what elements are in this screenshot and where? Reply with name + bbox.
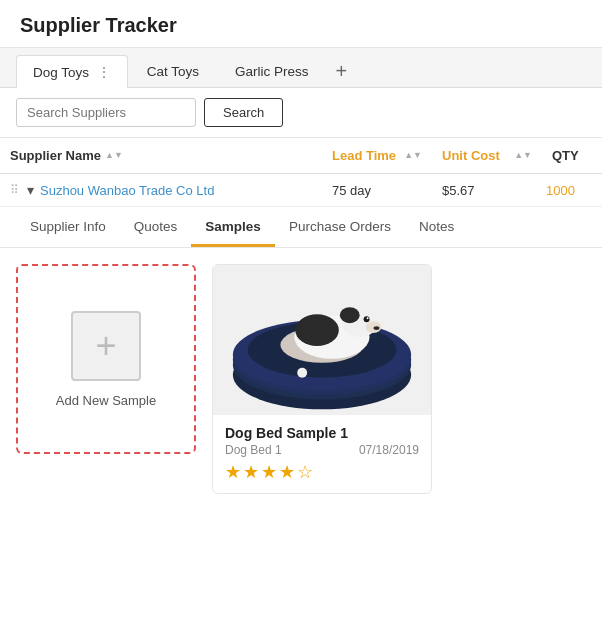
sub-tab-notes[interactable]: Notes: [405, 209, 468, 247]
col-lead-time: Lead Time ▲▼: [322, 138, 432, 173]
search-row: Search: [0, 88, 602, 138]
svg-point-14: [297, 368, 307, 378]
sort-supplier-name-icon[interactable]: ▲▼: [105, 151, 123, 161]
tab-menu-icon[interactable]: ⋮: [97, 65, 111, 80]
sample-subtitle: Dog Bed 1: [225, 443, 282, 457]
supplier-name-link[interactable]: Suzhou Wanbao Trade Co Ltd: [38, 183, 322, 198]
qty-value: 1000: [542, 183, 602, 198]
table-header: Supplier Name ▲▼ Lead Time ▲▼ Unit Cost …: [0, 138, 602, 174]
search-button[interactable]: Search: [204, 98, 283, 127]
col-qty: QTY: [542, 138, 602, 173]
unit-cost-value: $5.67: [432, 183, 542, 198]
tab-cat-toys[interactable]: Cat Toys: [130, 55, 216, 87]
svg-point-10: [366, 321, 382, 333]
add-sample-label: Add New Sample: [56, 393, 156, 408]
sample-card-dog-bed: Dog Bed Sample 1 Dog Bed 1 07/18/2019 ★★…: [212, 264, 432, 494]
app-title: Supplier Tracker: [20, 14, 177, 36]
sort-unit-cost-icon[interactable]: ▲▼: [514, 151, 532, 161]
sub-tab-supplier-info[interactable]: Supplier Info: [16, 209, 120, 247]
sample-stars: ★★★★☆: [225, 461, 419, 483]
sample-meta: Dog Bed 1 07/18/2019: [225, 443, 419, 457]
table-row: ⠿ ▾ Suzhou Wanbao Trade Co Ltd 75 day $5…: [0, 174, 602, 207]
col-supplier-name: Supplier Name ▲▼: [0, 138, 322, 173]
svg-point-13: [374, 326, 380, 330]
lead-time-value: 75 day: [322, 183, 432, 198]
tab-garlic-press[interactable]: Garlic Press: [218, 55, 326, 87]
svg-point-12: [367, 317, 369, 319]
sub-tabs-bar: Supplier Info Quotes Samples Purchase Or…: [0, 209, 602, 248]
svg-point-11: [364, 316, 370, 322]
sample-date: 07/18/2019: [359, 443, 419, 457]
tab-dog-toys[interactable]: Dog Toys ⋮: [16, 55, 128, 88]
sample-image: [213, 265, 431, 415]
sample-title: Dog Bed Sample 1: [225, 425, 419, 441]
dog-bed-svg: [213, 265, 431, 415]
search-input[interactable]: [16, 98, 196, 127]
samples-grid: + Add New Sample: [0, 248, 602, 510]
add-sample-icon: +: [71, 311, 141, 381]
sub-tab-quotes[interactable]: Quotes: [120, 209, 192, 247]
add-sample-card[interactable]: + Add New Sample: [16, 264, 196, 454]
sub-tab-samples[interactable]: Samples: [191, 209, 275, 247]
sort-lead-time-icon[interactable]: ▲▼: [404, 151, 422, 161]
app-header: Supplier Tracker: [0, 0, 602, 48]
sub-tab-purchase-orders[interactable]: Purchase Orders: [275, 209, 405, 247]
svg-point-7: [295, 314, 339, 346]
svg-point-9: [340, 307, 360, 323]
sample-info: Dog Bed Sample 1 Dog Bed 1 07/18/2019 ★★…: [213, 415, 431, 493]
expand-row-icon[interactable]: ▾: [23, 182, 38, 198]
col-unit-cost: Unit Cost ▲▼: [432, 138, 542, 173]
drag-handle-icon[interactable]: ⠿: [0, 183, 23, 197]
tabs-bar: Dog Toys ⋮ Cat Toys Garlic Press +: [0, 48, 602, 88]
add-tab-button[interactable]: +: [328, 57, 356, 85]
